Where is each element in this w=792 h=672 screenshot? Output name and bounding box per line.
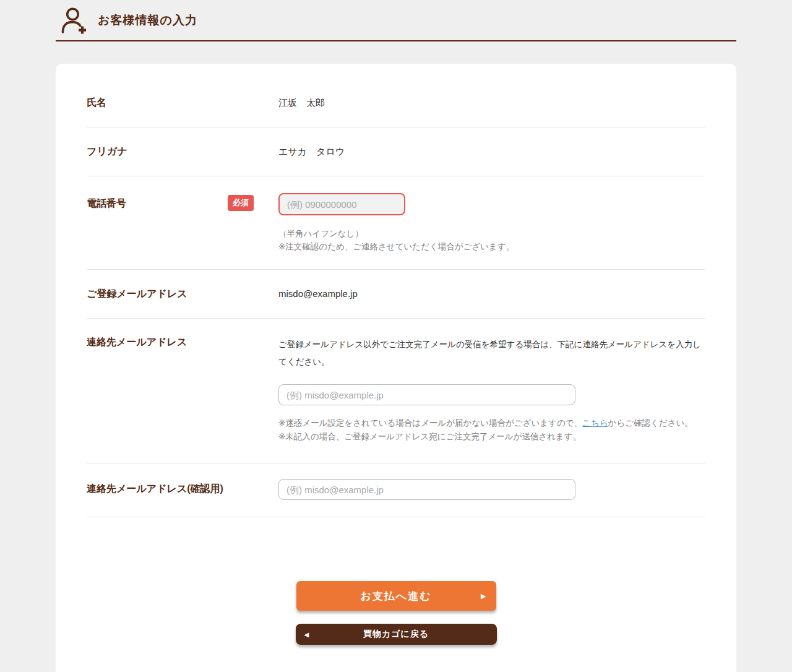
phone-input[interactable] <box>278 193 405 215</box>
phone-note-format: （半角ハイフンなし） <box>278 227 705 240</box>
contact-email-confirm-label: 連絡先メールアドレス(確認用) <box>87 483 223 495</box>
arrow-left-icon: ◀ <box>304 631 309 638</box>
row-furigana: フリガナ エサカ タロウ <box>87 127 705 176</box>
back-to-cart-button[interactable]: ◀ 買物カゴに戻る <box>296 624 497 645</box>
name-value: 江坂 太郎 <box>278 97 325 108</box>
arrow-right-icon: ▶ <box>481 592 486 600</box>
row-registered-email: ご登録メールアドレス misdo@example.jp <box>87 270 705 319</box>
phone-label: 電話番号 <box>87 193 126 210</box>
form-actions: お支払へ進む ▶ ◀ 買物カゴに戻る <box>87 517 705 672</box>
page-title: お客様情報の入力 <box>98 12 197 28</box>
row-name: 氏名 江坂 太郎 <box>87 79 705 127</box>
row-phone: 電話番号 必須 （半角ハイフンなし） ※注文確認のため、ご連絡させていただく場合… <box>87 176 705 270</box>
furigana-label: フリガナ <box>87 145 127 158</box>
required-badge: 必須 <box>228 195 254 211</box>
contact-email-description: ご登録メールアドレス以外でご注文完了メールの受信を希望する場合は、下記に連絡先メ… <box>278 336 705 371</box>
page-header: お客様情報の入力 <box>56 0 736 41</box>
spam-note: ※迷惑メール設定をされている場合はメールが届かない場合がございますので、こちらか… <box>278 416 705 430</box>
contact-email-input[interactable] <box>278 384 575 405</box>
user-plus-icon <box>59 6 88 35</box>
blank-note: ※未記入の場合、ご登録メールアドレス宛にご注文完了メールが送信されます。 <box>278 430 705 444</box>
name-label: 氏名 <box>87 97 106 109</box>
here-link[interactable]: こちら <box>582 418 608 428</box>
furigana-value: エサカ タロウ <box>278 146 345 157</box>
customer-info-card: 氏名 江坂 太郎 フリガナ エサカ タロウ 電話番号 必須 （半角ハイフンなし）… <box>56 64 736 672</box>
contact-email-label: 連絡先メールアドレス <box>87 336 187 348</box>
proceed-to-payment-button[interactable]: お支払へ進む ▶ <box>296 581 496 611</box>
row-contact-email: 連絡先メールアドレス ご登録メールアドレス以外でご注文完了メールの受信を希望する… <box>87 319 705 463</box>
phone-note-contact: ※注文確認のため、ご連絡させていただく場合がございます。 <box>278 240 705 253</box>
contact-email-confirm-input[interactable] <box>278 479 575 500</box>
row-contact-email-confirm: 連絡先メールアドレス(確認用) <box>87 463 705 517</box>
registered-email-label: ご登録メールアドレス <box>87 288 187 300</box>
registered-email-value: misdo@example.jp <box>278 288 358 299</box>
